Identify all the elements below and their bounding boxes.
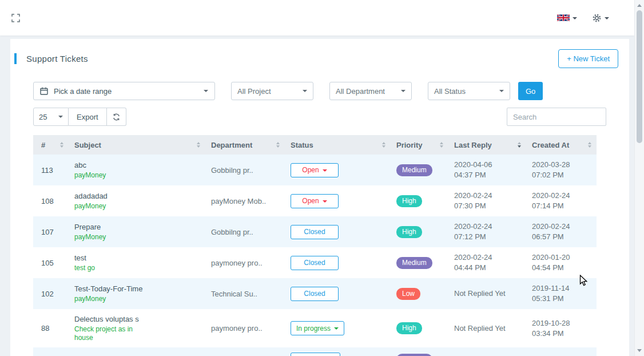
priority-cell: Medium xyxy=(391,155,448,185)
sort-down-arrow xyxy=(440,145,443,148)
page-size-select[interactable]: 25 xyxy=(33,108,69,126)
status-cell: Closed xyxy=(285,247,391,278)
status-dropdown-button[interactable]: Closed xyxy=(291,287,339,301)
department-cell: Technical Su.. xyxy=(205,278,285,309)
created-at-cell: 2020-02-2406:57 PM xyxy=(526,216,597,247)
caret-down-icon xyxy=(334,327,339,330)
status-dropdown-button[interactable]: Open xyxy=(291,163,339,177)
ticket-id-cell: 113 xyxy=(33,155,69,185)
last-reply-cell: Not Replied Yet xyxy=(448,309,526,347)
ticket-project-label: payMoney xyxy=(74,171,143,180)
department-filter[interactable]: All Department xyxy=(329,82,412,100)
column-label: Last Reply xyxy=(454,141,492,149)
scroll-down-arrow-icon[interactable] xyxy=(637,349,642,352)
created-at-line: 2019-10-28 xyxy=(532,318,591,329)
created-at-cell: 2020-02-2407:14 PM xyxy=(526,185,597,216)
ticket-subject-link[interactable]: test xyxy=(74,253,200,263)
refresh-button[interactable] xyxy=(107,108,126,126)
last-reply-cell: 2019-10-23 xyxy=(448,347,526,356)
chevron-down-icon xyxy=(605,17,609,19)
column-header-department[interactable]: Department xyxy=(205,135,285,155)
column-header-priority[interactable]: Priority xyxy=(391,135,448,155)
ticket-row: 105testtest gopaymoney pro..ClosedMedium… xyxy=(33,247,597,278)
status-dropdown-button[interactable]: Answered xyxy=(291,353,340,356)
uk-flag-icon xyxy=(557,14,570,22)
status-dropdown-button[interactable]: Closed xyxy=(291,225,339,239)
sort-up-arrow xyxy=(197,142,200,144)
ticket-subject-link[interactable]: Prepare xyxy=(74,222,200,232)
scrollbar-thumb[interactable] xyxy=(637,10,642,143)
sort-up-arrow xyxy=(440,142,443,144)
created-at-line: 04:54 PM xyxy=(532,263,591,273)
created-at-cell: 2019-10-23 xyxy=(526,347,597,356)
date-range-picker[interactable]: Pick a date range xyxy=(33,82,215,100)
status-dropdown-button[interactable]: Closed xyxy=(291,256,339,270)
column-label: Subject xyxy=(74,141,101,149)
ticket-project-label: payMoney xyxy=(74,295,143,303)
last-reply-cell: 2020-04-0604:37 PM xyxy=(448,155,526,185)
priority-cell: Medium xyxy=(391,347,448,356)
status-dropdown-button[interactable]: In progress xyxy=(291,321,344,335)
fullscreen-icon[interactable] xyxy=(11,14,20,22)
search-input[interactable] xyxy=(507,108,606,126)
new-ticket-button[interactable]: + New Ticket xyxy=(558,49,618,68)
ticket-subject-link[interactable]: Test-Today-For-Time xyxy=(74,284,200,294)
column-header-subject[interactable]: Subject xyxy=(69,135,205,155)
priority-cell: Low xyxy=(391,278,448,309)
ticket-subject-link[interactable]: abc xyxy=(74,160,200,170)
column-header-last_reply[interactable]: Last Reply xyxy=(448,135,526,155)
last-reply-line: Not Replied Yet xyxy=(454,288,520,299)
department-cell: paymoney pro.. xyxy=(205,247,285,278)
ticket-row: 107PreparepayMoneyGobbilng pr..ClosedHig… xyxy=(33,216,597,247)
last-reply-line: 2020-04-06 xyxy=(454,160,520,170)
sort-up-arrow xyxy=(382,142,385,144)
column-header-id[interactable]: # xyxy=(33,135,69,155)
last-reply-cell: 2020-02-2407:30 PM xyxy=(448,185,526,216)
ticket-project-label: payMoney xyxy=(74,233,143,242)
chevron-down-icon xyxy=(204,90,208,92)
last-reply-cell: Not Replied Yet xyxy=(448,278,526,309)
sort-icon xyxy=(440,141,443,148)
title-accent-bar xyxy=(14,53,17,64)
sort-down-arrow xyxy=(197,145,200,148)
ticket-subject-cell: Test-Today-For-TimepayMoney xyxy=(69,278,205,309)
sort-down-arrow xyxy=(276,145,280,148)
language-selector[interactable] xyxy=(557,14,577,22)
ticket-row: 88Delectus voluptas sCheck project as in… xyxy=(33,309,597,347)
status-label: Closed xyxy=(304,259,325,267)
caret-down-icon xyxy=(323,200,327,203)
sort-icon xyxy=(197,141,200,148)
created-at-line: 2020-02-24 xyxy=(532,191,591,201)
ticket-subject-link[interactable]: Delectus voluptas s xyxy=(74,314,200,324)
go-button[interactable]: Go xyxy=(518,82,543,100)
created-at-line: 05:31 PM xyxy=(532,294,591,304)
sort-up-arrow xyxy=(588,142,591,144)
sort-icon xyxy=(588,141,591,148)
ticket-id-cell: 102 xyxy=(33,278,69,309)
status-dropdown-button[interactable]: Open xyxy=(291,194,339,208)
project-filter[interactable]: All Project xyxy=(231,82,313,100)
sort-icon xyxy=(60,141,63,148)
export-button[interactable]: Export xyxy=(69,108,107,126)
priority-cell: High xyxy=(391,216,448,247)
sort-up-arrow xyxy=(518,142,521,144)
column-header-created_at[interactable]: Created At xyxy=(526,135,597,155)
ticket-subject-cell: Delectus voluptas sCheck project as in h… xyxy=(69,309,205,347)
scrollbar[interactable] xyxy=(634,0,644,356)
created-at-line: 07:02 PM xyxy=(532,170,591,180)
tickets-table: #SubjectDepartmentStatusPriorityLast Rep… xyxy=(33,135,597,356)
column-header-status[interactable]: Status xyxy=(285,135,391,155)
settings-menu[interactable] xyxy=(592,13,609,23)
ticket-id-cell: 105 xyxy=(33,247,69,278)
department-cell: Gobbilng pr.. xyxy=(205,155,285,185)
ticket-subject-link[interactable]: adadadad xyxy=(74,191,200,201)
scroll-up-arrow-icon[interactable] xyxy=(637,4,642,7)
chevron-down-icon xyxy=(303,90,307,92)
last-reply-cell: 2020-02-2404:44 PM xyxy=(448,247,526,278)
status-filter[interactable]: All Status xyxy=(428,82,510,100)
last-reply-line: 07:12 PM xyxy=(454,232,520,242)
created-at-cell: 2020-03-2807:02 PM xyxy=(526,155,597,185)
priority-cell: Medium xyxy=(391,247,448,278)
sort-up-arrow xyxy=(276,142,280,144)
ticket-id-cell: 107 xyxy=(33,216,69,247)
